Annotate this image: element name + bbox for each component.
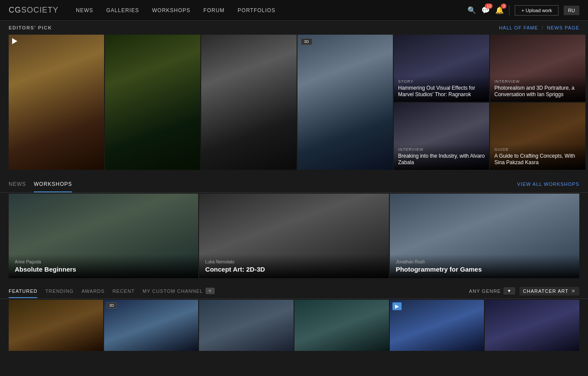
upload-button[interactable]: + Upload work — [515, 5, 559, 16]
editors-pick-header: EDITORS' PICK HALL OF FAME / NEWS PAGE — [9, 25, 579, 30]
cell-6-overlay: Interview Breaking into the Industry, wi… — [394, 144, 489, 170]
nav-galleries[interactable]: GALLERIES — [106, 7, 139, 13]
workshop-1-title: Absolute Beginners — [15, 266, 192, 273]
gallery-badge-3d-2: 3D — [107, 302, 117, 308]
workshop-3-overlay: Jonathan Rush Photogrammetry for Games — [390, 254, 579, 278]
character-art-filter: CHARATCER ART ✕ — [519, 287, 579, 295]
editors-pick-section: EDITORS' PICK HALL OF FAME / NEWS PAGE 3… — [0, 21, 588, 172]
messages-badge: 12 — [485, 3, 493, 9]
notifications-icon[interactable]: 🔔 3 — [495, 6, 504, 14]
gallery-cell-3[interactable] — [199, 300, 294, 351]
editors-grid: 3D Story Hammering Out Visual Effects fo… — [9, 35, 579, 170]
cell-8-overlay: Guide A Guide to Crafting Concepts, With… — [490, 144, 585, 170]
character-art-label: CHARATCER ART — [523, 288, 568, 294]
workshop-3-artist: Jonathan Rush — [396, 259, 573, 264]
cell-6-title: Breaking into the Industry, with Alvaro … — [398, 153, 485, 166]
genre-dropdown[interactable]: ▼ — [503, 287, 515, 295]
tab-workshops[interactable]: WORKSHOPS — [34, 176, 80, 192]
nav-workshops[interactable]: WORKSHOPS — [152, 7, 190, 13]
gallery-cell-2[interactable]: 3D — [104, 300, 199, 351]
hall-of-fame-link[interactable]: HALL OF FAME — [499, 25, 538, 30]
workshop-2-title: Concept Art: 2D-3D — [205, 266, 382, 273]
workshops-tabs-bar: NEWS WORKSHOPS VIEW ALL WORKSHOPS — [0, 176, 588, 193]
editors-pick-title: EDITORS' PICK — [9, 25, 52, 30]
editors-cell-6[interactable]: Interview Breaking into the Industry, wi… — [394, 103, 489, 170]
gallery-tab-awards[interactable]: AWARDS — [82, 284, 112, 298]
custom-channel-dropdown-icon: ▼ — [206, 288, 215, 294]
workshops-grid: Anne Pagoda Absolute Beginners Luka Nemo… — [9, 194, 579, 278]
nav-news[interactable]: NEWS — [76, 7, 93, 13]
workshop-1-overlay: Anne Pagoda Absolute Beginners — [9, 254, 198, 278]
gallery-tabs-bar: FEATURED TRENDING AWARDS RECENT MY CUSTO… — [0, 283, 588, 299]
tab-news[interactable]: NEWS — [9, 176, 34, 192]
cell-5-overlay: Story Hammering Out Visual Effects for M… — [394, 76, 489, 102]
genre-filter: ANY GENRE ▼ — [469, 287, 516, 295]
language-button[interactable]: RU — [564, 6, 579, 15]
news-page-link[interactable]: NEWS PAGE — [547, 25, 579, 30]
badge-3d: 3D — [301, 38, 312, 45]
gallery-grid: 3D ▶ — [9, 300, 579, 351]
editors-pick-links: HALL OF FAME / NEWS PAGE — [499, 25, 579, 30]
workshop-2-overlay: Luka Nemolato Concept Art: 2D-3D — [199, 254, 389, 278]
main-nav: NEWS GALLERIES WORKSHOPS FORUM PORTFOLIO… — [76, 7, 467, 13]
cell-7-overlay: Interview Photorealism and 3D Portraitur… — [490, 76, 585, 102]
workshop-cell-3[interactable]: Jonathan Rush Photogrammetry for Games — [390, 194, 579, 278]
nav-portfolios[interactable]: PORTFOLIOS — [238, 7, 275, 13]
genre-label: ANY GENRE — [469, 288, 501, 294]
custom-channel-label: MY CUSTOM CHANNEL — [143, 288, 203, 294]
cell-5-title: Hammering Out Visual Effects for Marvel … — [398, 85, 485, 98]
editors-cell-5[interactable]: Story Hammering Out Visual Effects for M… — [394, 35, 489, 102]
cell-8-title: A Guide to Crafting Concepts, With Sina … — [494, 153, 581, 166]
editors-cell-3[interactable] — [201, 35, 297, 170]
header: CGSOCIETY NEWS GALLERIES WORKSHOPS FORUM… — [0, 0, 588, 21]
header-right: 🔍 💬 12 🔔 3 + Upload work RU — [467, 5, 579, 16]
link-separator: / — [542, 25, 543, 30]
logo[interactable]: CGSOCIETY — [9, 6, 59, 15]
gallery-tab-custom-channel[interactable]: MY CUSTOM CHANNEL ▼ — [143, 283, 222, 298]
workshop-3-title: Photogrammetry for Games — [396, 266, 573, 273]
nav-forum[interactable]: FORUM — [203, 7, 225, 13]
logo-society: SOCIETY — [21, 6, 59, 14]
workshop-1-artist: Anne Pagoda — [15, 259, 192, 264]
editors-cell-4[interactable]: 3D — [297, 35, 393, 170]
editors-cell-7[interactable]: Interview Photorealism and 3D Portraitur… — [490, 35, 585, 102]
view-all-workshops[interactable]: VIEW ALL WORKSHOPS — [517, 182, 579, 187]
gallery-cell-4[interactable] — [294, 300, 389, 351]
gallery-cell-5[interactable]: ▶ — [390, 300, 484, 351]
gallery-tab-recent[interactable]: RECENT — [112, 284, 142, 298]
notifications-badge: 3 — [501, 3, 506, 9]
cell-6-tag: Interview — [398, 147, 485, 152]
gallery-tab-trending[interactable]: TRENDING — [45, 284, 81, 298]
editors-cell-2[interactable] — [105, 35, 200, 170]
cell-7-tag: Interview — [494, 79, 581, 84]
gallery-play-icon-5: ▶ — [392, 302, 402, 310]
search-icon[interactable]: 🔍 — [467, 6, 476, 14]
play-icon — [12, 38, 17, 45]
gallery-cell-1[interactable] — [9, 300, 103, 351]
gallery-cell-6[interactable] — [485, 300, 579, 351]
workshop-cell-1[interactable]: Anne Pagoda Absolute Beginners — [9, 194, 198, 278]
editors-cell-1[interactable] — [9, 35, 104, 170]
gallery-tab-featured[interactable]: FEATURED — [9, 284, 45, 298]
cell-8-tag: Guide — [494, 147, 581, 152]
cell-7-title: Photorealism and 3D Portraiture, a Con­v… — [494, 85, 581, 98]
filter-close-icon[interactable]: ✕ — [571, 288, 576, 294]
workshop-cell-2[interactable]: Luka Nemolato Concept Art: 2D-3D — [199, 194, 389, 278]
gallery-filters: ANY GENRE ▼ CHARATCER ART ✕ — [469, 287, 579, 295]
workshop-2-artist: Luka Nemolato — [205, 259, 382, 264]
messages-icon[interactable]: 💬 12 — [481, 6, 490, 14]
editors-cell-8[interactable]: Guide A Guide to Crafting Concepts, With… — [490, 103, 585, 170]
cell-5-tag: Story — [398, 79, 485, 84]
logo-cg: CG — [9, 6, 21, 14]
